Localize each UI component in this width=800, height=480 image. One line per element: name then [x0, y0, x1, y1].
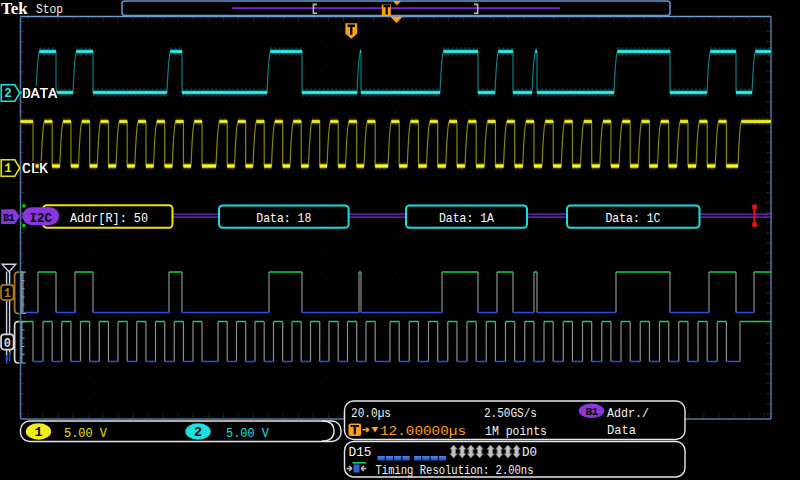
- svg-text:0: 0: [4, 337, 11, 351]
- svg-text:CLK: CLK: [22, 161, 49, 177]
- svg-text:Data: 1C: Data: 1C: [606, 211, 661, 226]
- svg-text:B1: B1: [3, 212, 14, 224]
- svg-text:1: 1: [34, 425, 42, 440]
- svg-text:Stop: Stop: [36, 2, 63, 17]
- svg-text:Data: Data: [607, 423, 636, 438]
- svg-text:5.00 V: 5.00 V: [64, 426, 108, 441]
- svg-text:D15: D15: [349, 445, 372, 460]
- svg-text:Data: 18: Data: 18: [256, 211, 311, 226]
- svg-text:2: 2: [194, 425, 202, 440]
- svg-text:2: 2: [4, 87, 12, 101]
- svg-text:Addr./: Addr./: [607, 406, 649, 421]
- svg-text:I2C: I2C: [30, 212, 53, 226]
- svg-text:2.50GS/s: 2.50GS/s: [484, 406, 537, 421]
- svg-text:Addr[R]: 50: Addr[R]: 50: [70, 211, 148, 226]
- svg-text:B1: B1: [586, 405, 599, 418]
- svg-text:12.00000µs: 12.00000µs: [380, 424, 466, 439]
- svg-text:Timing Resolution: 2.00ns: Timing Resolution: 2.00ns: [376, 463, 534, 478]
- svg-text:1: 1: [4, 287, 11, 301]
- svg-text:Tek: Tek: [1, 0, 28, 18]
- svg-text:D0: D0: [522, 445, 537, 460]
- svg-text:1M points: 1M points: [485, 424, 547, 439]
- svg-text:20.0µs: 20.0µs: [351, 406, 391, 421]
- svg-text:Data: 1A: Data: 1A: [439, 211, 494, 226]
- svg-text:1: 1: [4, 162, 12, 176]
- svg-text:DATA: DATA: [22, 86, 58, 102]
- svg-text:5.00 V: 5.00 V: [226, 426, 270, 441]
